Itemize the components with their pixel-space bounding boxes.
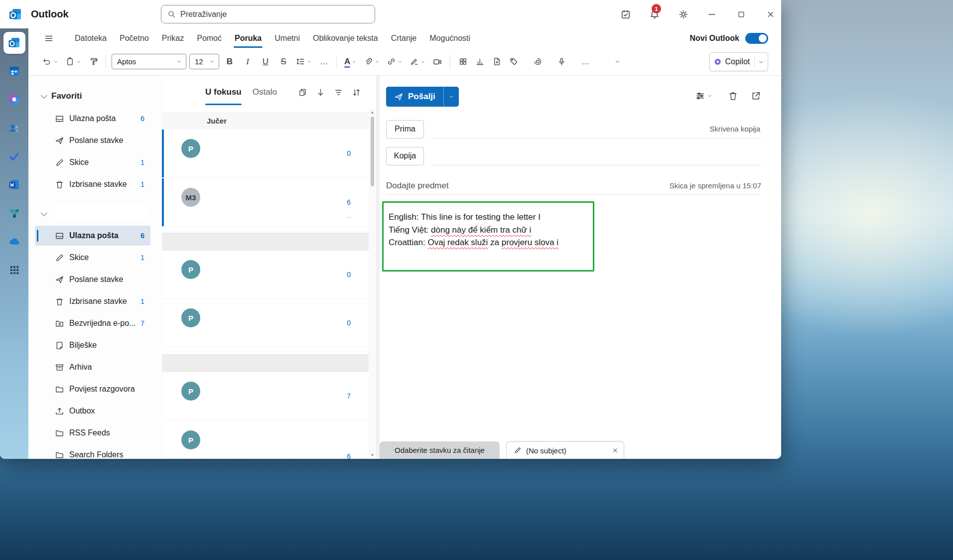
sensitivity-tag-button[interactable] [507, 53, 521, 70]
sidebar-item-skice[interactable]: Skice 1 [35, 248, 150, 268]
text-effects-button[interactable]: A [342, 53, 359, 70]
tab-crtanje[interactable]: Crtanje [385, 28, 423, 48]
cc-button[interactable]: Kopija [386, 147, 424, 165]
list-scrollbar[interactable]: ▲ ▼ [369, 109, 376, 459]
sidebar-item-izbrisane-stavke-fav[interactable]: Izbrisane stavke 1 [35, 174, 150, 194]
dictate-button[interactable] [554, 53, 568, 70]
subject-input[interactable] [386, 181, 670, 191]
message-row[interactable]: P 0 [162, 251, 369, 299]
todo-app-button[interactable] [0, 142, 28, 170]
message-row[interactable]: P 0 [162, 130, 369, 178]
paste-button[interactable] [63, 53, 83, 70]
tab-poruka[interactable]: Poruka [228, 28, 268, 48]
group-header[interactable]: Jučer [162, 112, 376, 130]
tab-pocetno[interactable]: Početno [113, 28, 155, 48]
calendar-app-button[interactable] [0, 57, 28, 85]
diagram-app-button[interactable] [0, 199, 28, 227]
sidebar-item-outbox[interactable]: Outbox [35, 401, 150, 421]
tab-prikaz[interactable]: Prikaz [155, 28, 190, 48]
send-options-chevron[interactable] [443, 87, 459, 107]
select-messages-icon[interactable] [298, 88, 307, 97]
discard-draft-icon[interactable] [728, 91, 738, 101]
hamburger-menu-icon[interactable] [40, 31, 57, 46]
sidebar-item-poslane-stavke[interactable]: Poslane stavke [35, 270, 150, 289]
maximize-button[interactable] [734, 7, 749, 22]
message-options-icon[interactable] [695, 91, 712, 101]
tab-ostalo[interactable]: Ostalo [253, 76, 277, 109]
tab-pomoc[interactable]: Pomoć [190, 28, 228, 48]
more-apps-button[interactable] [0, 256, 28, 284]
open-in-new-window-icon[interactable] [751, 91, 761, 101]
sidebar-item-rss-feeds[interactable]: RSS Feeds [35, 423, 150, 443]
font-size-select[interactable]: 12 [189, 54, 219, 69]
message-row[interactable]: P 6 [162, 421, 369, 459]
bcc-toggle[interactable]: Skrivena kopija [709, 125, 761, 133]
move-down-icon[interactable] [316, 88, 325, 97]
send-split-button[interactable]: Pošalji [386, 87, 459, 107]
settings-gear-icon[interactable] [676, 7, 691, 22]
sidebar-item-skice-fav[interactable]: Skice 1 [35, 152, 150, 172]
insert-link-button[interactable] [385, 53, 405, 70]
favorites-header[interactable]: Favoriti [28, 89, 82, 104]
search-input[interactable] [180, 10, 369, 19]
list-group-divider[interactable] [162, 354, 369, 372]
more-commands-button[interactable]: … [578, 53, 592, 70]
more-formatting-button[interactable]: … [317, 53, 331, 70]
cc-field[interactable] [431, 147, 761, 165]
scroll-up-icon[interactable]: ▲ [369, 110, 376, 115]
mail-app-button[interactable] [0, 28, 28, 57]
word-app-button[interactable] [0, 170, 28, 199]
tab-oblikovanje-teksta[interactable]: Oblikovanje teksta [306, 28, 385, 48]
message-row[interactable]: M3 6 .. [162, 178, 369, 227]
sidebar-item-izbrisane-stavke[interactable]: Izbrisane stavke 1 [35, 291, 150, 311]
line-spacing-button[interactable] [294, 53, 314, 70]
sidebar-item-poslane-stavke-fav[interactable]: Poslane stavke [35, 131, 150, 150]
insert-document-button[interactable] [490, 53, 504, 70]
tab-mogucnosti[interactable]: Mogućnosti [423, 28, 477, 48]
to-field[interactable]: Skrivena kopija [431, 120, 761, 139]
to-button[interactable]: Prima [386, 120, 424, 139]
copilot-app-button[interactable] [0, 85, 28, 114]
filter-icon[interactable] [334, 88, 343, 97]
close-tab-icon[interactable] [612, 447, 619, 454]
draft-tab[interactable]: (No subject) [506, 441, 624, 459]
list-group-divider[interactable] [162, 233, 369, 251]
sort-icon[interactable] [352, 88, 361, 97]
new-outlook-toggle[interactable] [745, 33, 768, 44]
copilot-button[interactable]: Copilot [709, 52, 768, 71]
scroll-down-icon[interactable]: ▼ [369, 453, 376, 457]
close-button[interactable] [763, 7, 778, 22]
minimize-button[interactable] [704, 7, 719, 22]
poll-button[interactable] [473, 53, 487, 70]
loop-component-button[interactable] [531, 53, 545, 70]
onedrive-app-button[interactable] [0, 227, 28, 256]
attach-file-button[interactable] [362, 53, 382, 70]
tab-umetni[interactable]: Umetni [268, 28, 306, 48]
tab-u-fokusu[interactable]: U fokusu [205, 76, 242, 109]
tab-datoteka[interactable]: Datoteka [68, 28, 113, 48]
italic-button[interactable]: I [240, 53, 255, 70]
message-row[interactable]: P 7 [162, 372, 369, 420]
send-button[interactable]: Pošalji [386, 87, 443, 107]
sidebar-item-povijest-razgovora[interactable]: Povijest razgovora [35, 379, 150, 399]
sidebar-item-ulazna-posta-fav[interactable]: Ulazna pošta 6 [35, 109, 150, 129]
message-body-annotation-box[interactable]: English: This line is for testing the le… [382, 201, 594, 272]
sidebar-item-biljeske[interactable]: Bilješke [35, 335, 150, 355]
sidebar-item-search-folders[interactable]: Search Folders [35, 445, 150, 459]
insert-apps-button[interactable] [456, 53, 470, 70]
strikethrough-button[interactable]: S [276, 53, 291, 70]
video-meeting-button[interactable] [430, 53, 444, 70]
message-row[interactable]: P 0 [162, 299, 369, 347]
collapse-ribbon-button[interactable] [610, 53, 624, 70]
format-painter-button[interactable] [86, 53, 100, 70]
sidebar-item-bezvrijedna-eposta[interactable]: Bezvrijedna e-po... 7 [35, 313, 150, 333]
reading-pane-tab[interactable]: Odaberite stavku za čitanje [380, 441, 500, 459]
search-bar[interactable] [161, 5, 375, 23]
underline-button[interactable]: U [258, 53, 273, 70]
scrollbar-thumb[interactable] [371, 117, 374, 186]
people-app-button[interactable] [0, 114, 28, 142]
font-family-select[interactable]: Aptos [112, 54, 186, 69]
account-section-header[interactable] [28, 206, 46, 221]
sidebar-item-arhiva[interactable]: Arhiva [35, 357, 150, 377]
my-day-icon[interactable] [618, 7, 633, 22]
